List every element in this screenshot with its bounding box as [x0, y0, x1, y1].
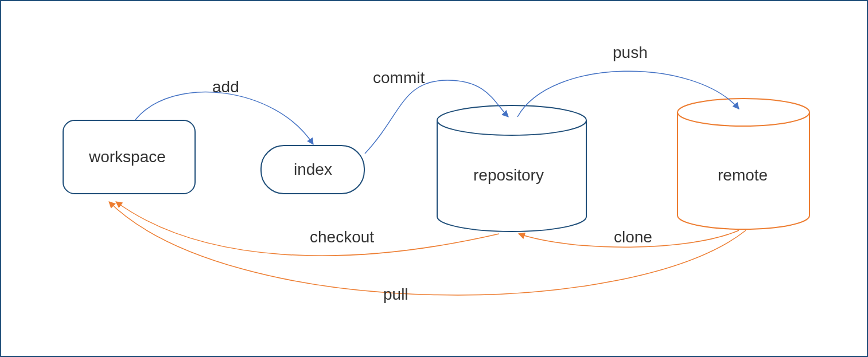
arrow-checkout	[116, 202, 499, 256]
label-index: index	[294, 160, 332, 179]
node-remote	[678, 99, 809, 229]
label-clone: clone	[614, 228, 652, 246]
arrow-push	[517, 71, 739, 117]
label-push: push	[613, 44, 648, 62]
label-commit: commit	[373, 69, 425, 87]
label-workspace: workspace	[89, 148, 166, 166]
arrow-pull	[109, 202, 746, 295]
label-pull: pull	[383, 285, 408, 304]
label-remote: remote	[718, 166, 768, 185]
label-checkout: checkout	[310, 228, 374, 246]
label-repository: repository	[473, 166, 544, 185]
arrow-add	[135, 92, 313, 144]
svg-point-1	[678, 99, 809, 126]
label-add: add	[212, 78, 239, 96]
svg-point-0	[437, 105, 586, 135]
